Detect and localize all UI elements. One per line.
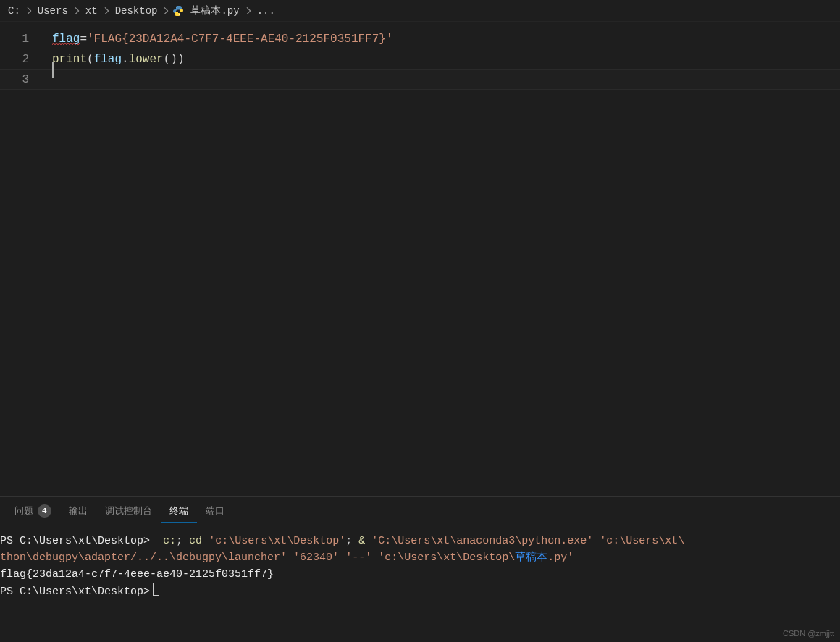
code-line[interactable] bbox=[43, 69, 840, 90]
svg-point-1 bbox=[180, 14, 180, 14]
tab-label: 问题 bbox=[14, 504, 33, 518]
method-token: lower bbox=[129, 53, 164, 66]
chevron-right-icon bbox=[22, 6, 35, 16]
breadcrumb-seg-xt[interactable]: xt bbox=[83, 5, 100, 17]
terminal-prompt: PS bbox=[0, 586, 20, 598]
terminal-string: 'C:\Users\xt\anaconda3\python.exe' bbox=[371, 535, 593, 547]
code-area[interactable]: flag='FLAG{23DA12A4-C7F7-4EEE-AE40-2125F… bbox=[43, 22, 840, 496]
terminal-text bbox=[371, 552, 378, 564]
terminal-string: .py' bbox=[547, 552, 574, 564]
chevron-right-icon bbox=[70, 6, 83, 16]
tab-ports[interactable]: 端口 bbox=[197, 500, 233, 522]
breadcrumb-seg-desktop[interactable]: Desktop bbox=[113, 5, 160, 17]
terminal-string: '--' bbox=[345, 552, 371, 564]
tab-output[interactable]: 输出 bbox=[60, 500, 96, 522]
tab-problems[interactable]: 问题 4 bbox=[6, 500, 60, 522]
function-token: print bbox=[52, 53, 87, 66]
editor-cursor bbox=[52, 62, 54, 78]
punctuation-token: ) bbox=[177, 53, 185, 66]
terminal-text: ; bbox=[345, 535, 358, 547]
chevron-right-icon bbox=[100, 6, 113, 16]
breadcrumb-seg-file[interactable]: 草稿本.py bbox=[188, 4, 241, 17]
operator-token: = bbox=[80, 33, 87, 46]
terminal-prompt: PS bbox=[0, 535, 20, 547]
breadcrumb[interactable]: C: Users xt Desktop 草稿本.py ... bbox=[0, 0, 840, 22]
punctuation-token: ( bbox=[87, 53, 94, 66]
watermark: CSDN @zmjjtt bbox=[783, 629, 834, 638]
python-file-icon bbox=[172, 5, 184, 17]
terminal-string: thon\debugpy\adapter/../..\debugpy\launc… bbox=[0, 552, 287, 564]
chevron-right-icon bbox=[242, 6, 255, 16]
variable-token: flag bbox=[94, 53, 122, 66]
panel-tabs: 问题 4 输出 调试控制台 终端 端口 bbox=[0, 497, 840, 525]
problems-count-badge: 4 bbox=[38, 504, 51, 518]
terminal-cmd: cd bbox=[189, 535, 209, 547]
terminal-text bbox=[150, 535, 163, 547]
terminal-string: 'c:\Users\xt\Desktop' bbox=[209, 535, 345, 547]
terminal-string: 'c:\Users\xt\Desktop\ bbox=[378, 552, 515, 564]
chevron-right-icon bbox=[159, 6, 172, 16]
bottom-panel: 问题 4 输出 调试控制台 终端 端口 PS C:\Users\xt\Deskt… bbox=[0, 496, 840, 642]
terminal-cmd: & bbox=[358, 535, 371, 547]
breadcrumb-seg-drive[interactable]: C: bbox=[6, 5, 22, 17]
breadcrumb-seg-users[interactable]: Users bbox=[35, 5, 70, 17]
terminal-text: ; bbox=[176, 535, 189, 547]
tab-terminal[interactable]: 终端 bbox=[161, 500, 197, 523]
tab-label: 端口 bbox=[206, 504, 224, 518]
tab-label: 终端 bbox=[169, 504, 188, 518]
terminal-string: 'c:\Users\xt\ bbox=[600, 535, 684, 547]
terminal-text bbox=[339, 552, 345, 564]
terminal-gt: > bbox=[143, 535, 150, 547]
punctuation-token: ) bbox=[170, 53, 177, 66]
terminal-content[interactable]: PS C:\Users\xt\Desktop> c:; cd 'c:\Users… bbox=[0, 525, 840, 642]
string-token: 'FLAG{23DA12A4-C7F7-4EEE-AE40-2125F0351F… bbox=[87, 33, 392, 46]
terminal-cursor bbox=[153, 583, 159, 596]
line-number: 1 bbox=[0, 29, 43, 49]
breadcrumb-seg-more[interactable]: ... bbox=[255, 5, 277, 17]
code-line[interactable]: flag='FLAG{23DA12A4-C7F7-4EEE-AE40-2125F… bbox=[43, 29, 840, 49]
terminal-path: C:\Users\xt\Desktop bbox=[20, 535, 143, 547]
terminal-gt: > bbox=[143, 586, 150, 598]
tab-label: 调试控制台 bbox=[105, 504, 152, 518]
terminal-cmd: c: bbox=[163, 535, 176, 547]
line-number-gutter: 1 2 3 bbox=[0, 22, 43, 496]
terminal-string: '62340' bbox=[293, 552, 339, 564]
line-number: 3 bbox=[0, 69, 43, 90]
terminal-path: C:\Users\xt\Desktop bbox=[20, 586, 143, 598]
tab-debug-console[interactable]: 调试控制台 bbox=[96, 500, 161, 522]
terminal-output: flag{23da12a4-c7f7-4eee-ae40-2125f0351ff… bbox=[0, 568, 274, 580]
punctuation-token: . bbox=[122, 53, 129, 66]
terminal-string: 草稿本 bbox=[515, 552, 547, 564]
svg-point-0 bbox=[177, 7, 177, 7]
terminal-text bbox=[593, 535, 600, 547]
variable-token: flag bbox=[52, 33, 80, 46]
terminal-text bbox=[287, 552, 293, 564]
code-editor[interactable]: 1 2 3 flag='FLAG{23DA12A4-C7F7-4EEE-AE40… bbox=[0, 22, 840, 496]
line-number: 2 bbox=[0, 49, 43, 69]
punctuation-token: ( bbox=[164, 53, 171, 66]
tab-label: 输出 bbox=[69, 504, 88, 518]
code-line[interactable]: print(flag.lower()) bbox=[43, 49, 840, 69]
